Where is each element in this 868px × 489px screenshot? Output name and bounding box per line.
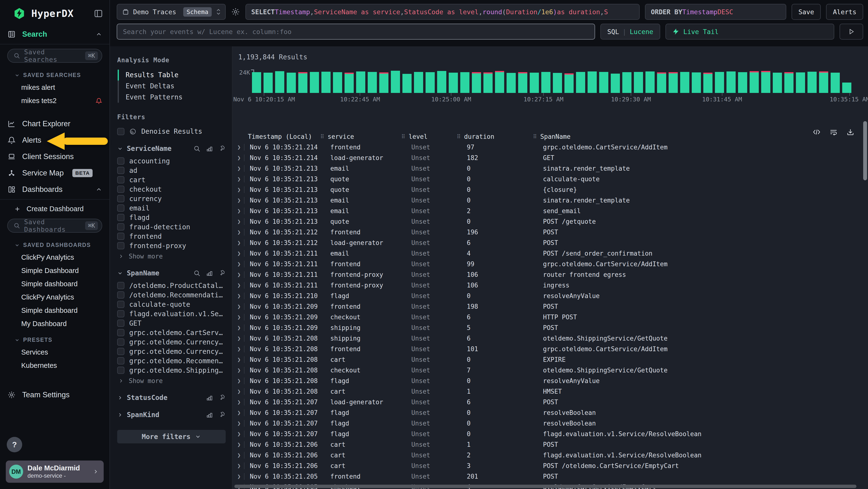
chevron-right-icon[interactable]: ❯ — [237, 207, 241, 214]
chevron-right-icon[interactable]: ❯ — [237, 441, 241, 448]
histogram-bar[interactable] — [726, 71, 736, 93]
row-expand-cell[interactable]: ❯ — [232, 176, 248, 182]
chevron-right-icon[interactable]: ❯ — [237, 229, 241, 236]
analysis-mode-option[interactable]: Event Patterns — [126, 92, 183, 103]
table-row[interactable]: ❯Nov 6 10:35:21.211 AMfrontend-proxyUnse… — [232, 280, 859, 291]
histogram-bar[interactable] — [333, 72, 342, 93]
histogram-bar[interactable] — [611, 74, 620, 93]
histogram-bar[interactable] — [553, 73, 562, 93]
histogram-bar[interactable] — [252, 72, 261, 93]
filter-group-header[interactable]: SpanName — [117, 269, 226, 277]
histogram-bar[interactable] — [345, 73, 354, 93]
row-expand-cell[interactable]: ❯ — [232, 207, 248, 214]
help-button[interactable]: ? — [7, 437, 22, 452]
histogram-bar[interactable] — [831, 73, 840, 93]
sidebar-item-chart-explorer[interactable]: Chart Explorer — [0, 116, 110, 132]
histogram-bar[interactable] — [484, 73, 493, 93]
table-row[interactable]: ❯Nov 6 10:35:21.209 AMfrontendUnset198PO… — [232, 301, 859, 312]
row-expand-cell[interactable]: ❯ — [232, 239, 248, 246]
row-expand-cell[interactable]: ❯ — [232, 399, 248, 405]
table-row[interactable]: ❯Nov 6 10:35:21.214 AMload-generatorUnse… — [232, 152, 859, 163]
saved-searches-section[interactable]: SAVED SEARCHES — [0, 66, 110, 81]
table-row[interactable]: ❯Nov 6 10:35:21.207 AMflagdUnset0flagd.e… — [232, 429, 859, 439]
table-row[interactable]: ❯Nov 6 10:35:21.208 AMflagdUnset0resolve… — [232, 376, 859, 386]
histogram-bar[interactable] — [495, 71, 504, 93]
checkbox[interactable] — [117, 320, 124, 327]
row-expand-cell[interactable]: ❯ — [232, 473, 248, 480]
checkbox[interactable] — [117, 282, 124, 289]
column-grip-icon[interactable]: ⠿ — [320, 134, 324, 140]
checkbox[interactable] — [117, 357, 124, 365]
checkbox[interactable] — [117, 233, 124, 240]
histogram-bar[interactable] — [391, 71, 400, 93]
chevron-right-icon[interactable]: ❯ — [237, 399, 241, 405]
chevron-right-icon[interactable]: ❯ — [237, 314, 241, 320]
checkbox[interactable] — [117, 185, 124, 193]
filter-checkbox-item[interactable]: cart — [117, 176, 226, 183]
more-filters-button[interactable]: More filters — [117, 430, 226, 443]
chevron-right-icon[interactable]: ❯ — [237, 335, 241, 342]
user-menu[interactable]: DM Dale McDiarmid demo-service - — [6, 461, 104, 483]
table-row[interactable]: ❯Nov 6 10:35:21.213 AMquoteUnset0POST /g… — [232, 216, 859, 227]
table-row[interactable]: ❯Nov 6 10:35:21.207 AMflagdUnset0resolve… — [232, 407, 859, 418]
histogram-bar[interactable] — [634, 72, 643, 93]
histogram-bar[interactable] — [321, 72, 331, 93]
table-row[interactable]: ❯Nov 6 10:35:21.209 AMcheckoutUnset6HTTP… — [232, 312, 859, 322]
row-expand-cell[interactable]: ❯ — [232, 431, 248, 437]
column-grip-icon[interactable]: ⠿ — [457, 134, 461, 140]
pin-icon[interactable] — [218, 269, 226, 277]
table-row[interactable]: ❯Nov 6 10:35:21.211 AMemailUnset4POST /s… — [232, 248, 859, 259]
show-more-button[interactable]: Show more — [117, 253, 226, 260]
histogram-bar[interactable] — [564, 74, 574, 93]
chevron-right-icon[interactable]: ❯ — [237, 431, 241, 437]
saved-dashboard-item[interactable]: ClickPy Analytics — [0, 291, 110, 304]
pin-icon[interactable] — [218, 145, 226, 152]
filter-group-header[interactable]: ServiceName — [117, 145, 226, 152]
histogram-bar[interactable] — [715, 72, 724, 93]
checkbox[interactable] — [117, 338, 124, 346]
table-row[interactable]: ❯Nov 6 10:35:21.211 AMfrontend-proxyUnse… — [232, 269, 859, 280]
saved-dashboards-section[interactable]: SAVED DASHBOARDS — [0, 236, 110, 251]
saved-dashboard-item[interactable]: Simple dashboard — [0, 304, 110, 317]
row-expand-cell[interactable]: ❯ — [232, 261, 248, 267]
histogram-bar[interactable] — [784, 72, 794, 93]
saved-dashboards-input[interactable]: Saved Dashboards ⌘K — [7, 219, 102, 233]
checkbox[interactable] — [117, 301, 124, 308]
source-settings-button[interactable] — [231, 4, 240, 20]
table-row[interactable]: ❯Nov 6 10:35:21.212 AMload-generatorUnse… — [232, 237, 859, 248]
column-header-service[interactable]: ⠿service — [320, 133, 401, 140]
events-histogram[interactable]: 24K Nov 6 10:20:15 AM10:22:45 AM10:25:00… — [232, 70, 859, 106]
sidebar-collapse-icon[interactable] — [94, 9, 103, 18]
filter-checkbox-item[interactable]: ad — [117, 167, 226, 174]
save-button[interactable]: Save — [792, 4, 821, 20]
saved-dashboard-item[interactable]: Simple Dashboard — [0, 264, 110, 277]
chevron-right-icon[interactable]: ❯ — [237, 324, 241, 331]
analysis-mode-option[interactable]: Event Deltas — [126, 81, 183, 92]
table-row[interactable]: ❯Nov 6 10:35:21.205 AMfrontendUnset201PO… — [232, 471, 859, 482]
chevron-right-icon[interactable]: ❯ — [237, 165, 241, 172]
row-expand-cell[interactable]: ❯ — [232, 303, 248, 310]
histogram-bar[interactable] — [622, 72, 631, 93]
lucene-mode-label[interactable]: Lucene — [630, 28, 653, 35]
search-icon[interactable] — [193, 269, 200, 277]
checkbox[interactable] — [117, 310, 124, 317]
histogram-bar[interactable] — [807, 72, 817, 93]
filter-checkbox-item[interactable]: grpc.oteldemo.ShippingS… — [117, 367, 226, 374]
sidebar-item-search[interactable]: Search — [0, 26, 110, 42]
histogram-bar[interactable] — [518, 72, 527, 93]
histogram-bar[interactable] — [368, 72, 377, 93]
filter-checkbox-item[interactable]: frontend-proxy — [117, 242, 226, 249]
chevron-right-icon[interactable]: ❯ — [237, 462, 241, 469]
chevron-right-icon[interactable]: ❯ — [237, 452, 241, 459]
chevron-down-icon[interactable] — [117, 270, 123, 276]
saved-dashboard-item[interactable]: Simple dashboard — [0, 277, 110, 291]
row-expand-cell[interactable]: ❯ — [232, 324, 248, 331]
create-dashboard-button[interactable]: Create Dashboard — [0, 201, 110, 216]
histogram-bar[interactable] — [819, 71, 828, 93]
histogram-bar[interactable] — [472, 72, 481, 93]
checkbox[interactable] — [117, 223, 124, 230]
chevron-right-icon[interactable] — [117, 395, 123, 401]
histogram-bar[interactable] — [426, 72, 435, 93]
chevron-right-icon[interactable]: ❯ — [237, 303, 241, 310]
histogram-bar[interactable] — [414, 72, 423, 93]
